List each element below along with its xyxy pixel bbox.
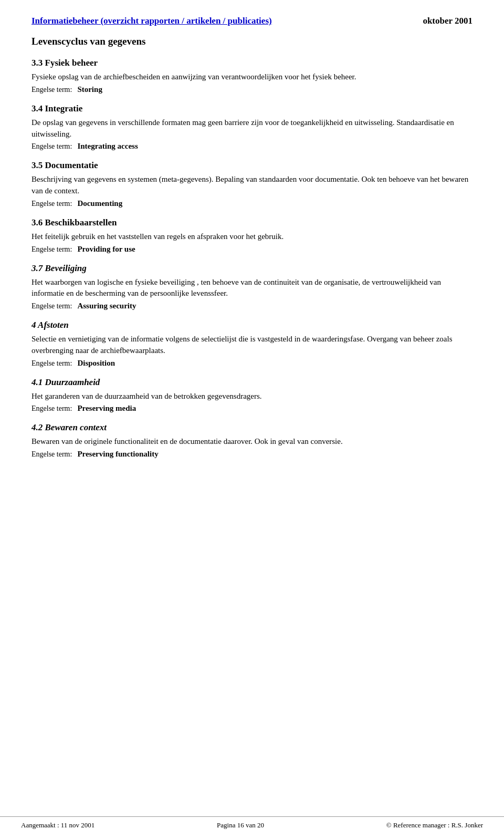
- page-footer: Aangemaakt : 11 nov 2001 Pagina 16 van 2…: [0, 816, 504, 829]
- section-42-term-value: Preserving functionality: [77, 450, 158, 459]
- section-33-term-row: Engelse term: Storing: [32, 85, 472, 94]
- section-35: 3.5 Documentatie Beschrijving van gegeve…: [32, 160, 472, 208]
- section-37-body: Het waarborgen van logische en fysieke b…: [32, 277, 472, 300]
- header-title: Informatiebeheer (overzicht rapporten / …: [32, 16, 272, 26]
- section-36: 3.6 Beschikbaarstellen Het feitelijk geb…: [32, 217, 472, 254]
- section-37-term-value: Assuring security: [77, 302, 136, 310]
- page-content: Informatiebeheer (overzicht rapporten / …: [0, 0, 504, 510]
- section-4: 4 Afstoten Selectie en vernietiging van …: [32, 320, 472, 368]
- section-35-term-row: Engelse term: Documenting: [32, 199, 472, 208]
- section-4-term-label: Engelse term:: [32, 359, 72, 368]
- section-34: 3.4 Integratie De opslag van gegevens in…: [32, 103, 472, 151]
- page-header: Informatiebeheer (overzicht rapporten / …: [32, 16, 472, 26]
- header-date: oktober 2001: [423, 16, 472, 26]
- section-34-term-row: Engelse term: Integrating access: [32, 142, 472, 151]
- section-37-term-label: Engelse term:: [32, 302, 72, 310]
- section-37-heading: 3.7 Beveiliging: [32, 263, 472, 274]
- section-41-heading: 4.1 Duurzaamheid: [32, 377, 472, 388]
- section-42-term-row: Engelse term: Preserving functionality: [32, 450, 472, 459]
- section-42: 4.2 Bewaren context Bewaren van de origi…: [32, 422, 472, 459]
- section-4-term-row: Engelse term: Disposition: [32, 359, 472, 368]
- section-33: 3.3 Fysiek beheer Fysieke opslag van de …: [32, 58, 472, 94]
- section-34-term-label: Engelse term:: [32, 142, 72, 151]
- section-41-body: Het garanderen van de duurzaamheid van d…: [32, 391, 472, 402]
- section-34-heading: 3.4 Integratie: [32, 103, 472, 114]
- section-33-heading: 3.3 Fysiek beheer: [32, 58, 472, 68]
- section-42-term-label: Engelse term:: [32, 450, 72, 459]
- section-36-heading: 3.6 Beschikbaarstellen: [32, 217, 472, 228]
- section-4-heading: 4 Afstoten: [32, 320, 472, 330]
- section-41-term-row: Engelse term: Preserving media: [32, 404, 472, 413]
- section-36-term-value: Providing for use: [77, 245, 135, 254]
- section-35-term-label: Engelse term:: [32, 200, 72, 208]
- section-36-body: Het feitelijk gebruik en het vaststellen…: [32, 231, 472, 243]
- section-35-body: Beschrijving van gegevens en systemen (m…: [32, 174, 472, 197]
- section-33-term-value: Storing: [77, 85, 102, 94]
- section-4-term-value: Disposition: [77, 359, 115, 368]
- section-42-body: Bewaren van de originele functionaliteit…: [32, 436, 472, 448]
- footer-right: © Reference manager : R.S. Jonker: [386, 821, 483, 829]
- section-33-term-label: Engelse term:: [32, 86, 72, 94]
- section-41-term-label: Engelse term:: [32, 405, 72, 413]
- section-34-term-value: Integrating access: [77, 142, 138, 151]
- section-35-term-value: Documenting: [77, 199, 122, 208]
- section-36-term-label: Engelse term:: [32, 245, 72, 254]
- section-37: 3.7 Beveiliging Het waarborgen van logis…: [32, 263, 472, 311]
- section-41: 4.1 Duurzaamheid Het garanderen van de d…: [32, 377, 472, 413]
- section-35-heading: 3.5 Documentatie: [32, 160, 472, 171]
- section-4-body: Selectie en vernietiging van de informat…: [32, 334, 472, 357]
- section-41-term-value: Preserving media: [77, 404, 136, 413]
- page-subtitle: Levenscyclus van gegevens: [32, 36, 472, 47]
- section-37-term-row: Engelse term: Assuring security: [32, 302, 472, 310]
- section-34-body: De opslag van gegevens in verschillende …: [32, 117, 472, 140]
- section-42-heading: 4.2 Bewaren context: [32, 422, 472, 433]
- footer-left: Aangemaakt : 11 nov 2001: [21, 821, 94, 829]
- footer-center: Pagina 16 van 20: [217, 821, 264, 829]
- section-36-term-row: Engelse term: Providing for use: [32, 245, 472, 254]
- section-33-body: Fysieke opslag van de archiefbescheiden …: [32, 71, 472, 83]
